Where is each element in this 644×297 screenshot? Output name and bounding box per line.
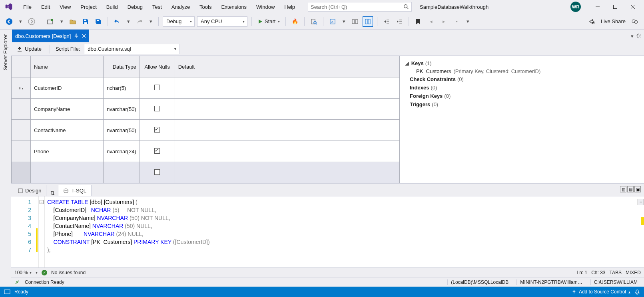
cell-name[interactable]: ContactName <box>31 120 104 141</box>
cell-datatype[interactable]: nvarchar(24) <box>104 141 140 162</box>
foreign-keys-section[interactable]: Foreign Keys(0) <box>405 92 639 100</box>
menu-test[interactable]: Test <box>148 2 167 12</box>
toolbar-button-c[interactable] <box>363 16 373 27</box>
tsql-editor[interactable]: 1234567 − CREATE TABLE [dbo].[Customers]… <box>11 196 644 267</box>
connection-server[interactable]: (LocalDB)\MSSQLLocalDB <box>447 279 512 285</box>
split-vertical-button[interactable]: ▤ <box>627 186 634 192</box>
grid-row-customerid[interactable]: 🗝 CustomerID nchar(5) <box>12 77 400 99</box>
save-button[interactable] <box>80 16 91 27</box>
line-endings[interactable]: MIXED <box>626 270 641 275</box>
allow-nulls-checkbox[interactable] <box>154 148 160 154</box>
col-header-default[interactable]: Default <box>175 56 198 77</box>
next-bookmark-button[interactable]: ▸ <box>439 16 449 27</box>
bookmarks-dropdown[interactable]: ▾ <box>464 16 471 27</box>
grid-row-new[interactable] <box>12 162 400 183</box>
outdent-button[interactable] <box>381 16 392 27</box>
cell-name[interactable]: CompanyName <box>31 99 104 120</box>
undo-button[interactable] <box>112 16 122 27</box>
split-horizontal-button[interactable]: ▥ <box>620 186 626 192</box>
solution-platform-select[interactable]: Any CPU <box>197 16 247 27</box>
cell-default[interactable] <box>175 141 198 162</box>
connection-user[interactable]: MININT-N2PGTRB\William… <box>516 279 585 285</box>
script-file-select[interactable]: dbo.Customers.sql <box>84 44 180 54</box>
indent-mode[interactable]: TABS <box>610 270 622 275</box>
collapse-icon[interactable]: ◢ <box>405 60 410 66</box>
redo-button[interactable] <box>134 16 145 27</box>
cell-datatype[interactable]: nvarchar(50) <box>104 99 140 120</box>
redo-dropdown[interactable]: ▾ <box>147 16 154 27</box>
menu-window[interactable]: Window <box>251 2 279 12</box>
issues-label[interactable]: No issues found <box>51 270 86 275</box>
search-box[interactable] <box>308 2 412 12</box>
swap-panes-button[interactable]: ⇅ <box>47 190 58 196</box>
nav-back-button[interactable] <box>4 16 14 27</box>
split-editor-button[interactable]: − <box>638 199 644 205</box>
add-to-source-control[interactable]: Add to Source Control ▴ <box>572 289 630 295</box>
cell-default[interactable] <box>175 99 198 120</box>
cell-name[interactable]: Phone <box>31 141 104 162</box>
toolbar-button-a[interactable]: a <box>327 16 338 27</box>
menu-project[interactable]: Project <box>76 2 101 12</box>
allow-nulls-checkbox[interactable] <box>154 127 160 133</box>
outlining-gutter[interactable]: − <box>38 196 45 267</box>
menu-edit[interactable]: Edit <box>36 2 55 12</box>
clear-bookmarks-button[interactable]: ▪ <box>451 16 462 27</box>
toolbar-button-b[interactable] <box>350 16 360 27</box>
find-in-files-button[interactable] <box>309 16 319 27</box>
undo-dropdown[interactable]: ▾ <box>125 16 132 27</box>
maximize-pane-button[interactable]: ▣ <box>634 186 641 192</box>
triggers-section[interactable]: Triggers(0) <box>405 100 639 109</box>
toolbar-button-a-dropdown[interactable]: ▾ <box>340 16 347 27</box>
live-share-icon[interactable] <box>586 16 597 27</box>
search-input[interactable] <box>311 4 403 10</box>
indexes-section[interactable]: Indexes(0) <box>405 83 639 92</box>
connection-path[interactable]: C:\USERS\WILLIAM <box>590 279 641 285</box>
document-tab-customers[interactable]: dbo.Customers [Design] <box>12 30 89 42</box>
keys-section[interactable]: ◢ Keys(1) <box>405 59 639 67</box>
menu-analyze[interactable]: Analyze <box>167 2 195 12</box>
window-maximize-button[interactable] <box>606 1 624 13</box>
nav-back-dropdown[interactable]: ▾ <box>17 16 24 27</box>
notifications-icon[interactable] <box>634 289 640 295</box>
menu-help[interactable]: Help <box>279 2 300 12</box>
zoom-select[interactable]: 100 %▾ <box>14 270 32 275</box>
new-project-button[interactable] <box>45 16 56 27</box>
pin-icon[interactable] <box>74 34 79 38</box>
server-explorer-collapsed-tab[interactable]: Server Explorer <box>0 30 11 287</box>
update-button[interactable]: Update <box>14 45 44 53</box>
grid-row-phone[interactable]: Phone nvarchar(24) <box>12 141 400 162</box>
menu-build[interactable]: Build <box>102 2 123 12</box>
cell-default[interactable] <box>175 77 198 99</box>
start-debug-button[interactable]: Start ▾ <box>256 18 281 24</box>
cell-default[interactable] <box>175 120 198 141</box>
solution-config-select[interactable]: Debug <box>163 16 195 27</box>
menu-extensions[interactable]: Extensions <box>216 2 251 12</box>
window-minimize-button[interactable] <box>589 1 606 13</box>
key-item[interactable]: PK_Customers(Primary Key, Clustered: Cus… <box>405 67 639 75</box>
window-close-button[interactable] <box>624 1 642 13</box>
live-share-label[interactable]: Live Share <box>601 18 626 24</box>
cell-datatype[interactable]: nvarchar(50) <box>104 120 140 141</box>
allow-nulls-checkbox[interactable] <box>154 106 160 111</box>
hot-reload-button[interactable]: 🔥 <box>290 16 300 27</box>
col-header-name[interactable]: Name <box>31 56 104 77</box>
cell-name[interactable]: CustomerID <box>31 77 104 99</box>
grid-row-contactname[interactable]: ContactName nvarchar(50) <box>12 120 400 141</box>
tab-design[interactable]: Design <box>13 185 46 196</box>
menu-tools[interactable]: Tools <box>195 2 216 12</box>
save-all-button[interactable] <box>93 16 104 27</box>
bookmark-button[interactable] <box>413 16 423 27</box>
output-window-icon[interactable] <box>4 289 10 294</box>
menu-file[interactable]: File <box>18 2 36 12</box>
nav-forward-button[interactable] <box>26 16 37 27</box>
tab-overflow-dropdown[interactable]: ▾ <box>631 33 634 39</box>
code-area[interactable]: CREATE TABLE [dbo].[Customers] ( [Custom… <box>45 196 212 267</box>
open-file-button[interactable] <box>68 16 78 27</box>
col-header-allownulls[interactable]: Allow Nulls <box>140 56 175 77</box>
menu-view[interactable]: View <box>55 2 76 12</box>
menu-debug[interactable]: Debug <box>123 2 148 12</box>
indent-button[interactable] <box>394 16 405 27</box>
allow-nulls-checkbox[interactable] <box>154 169 160 175</box>
cell-datatype[interactable]: nchar(5) <box>104 77 140 99</box>
grid-row-companyname[interactable]: CompanyName nvarchar(50) <box>12 99 400 120</box>
